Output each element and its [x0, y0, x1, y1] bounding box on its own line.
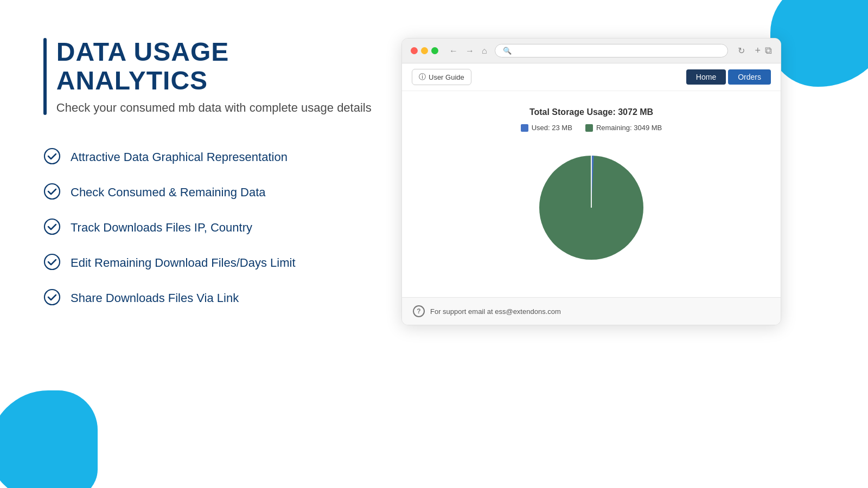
features-list: Attractive Data Graphical Representation… [43, 147, 380, 309]
browser-dots [411, 47, 438, 54]
feature-label: Check Consumed & Remaining Data [71, 185, 266, 200]
app-nav-buttons: Home Orders [686, 69, 771, 85]
right-panel: ← → ⌂ 🔍 ↻ + ⧉ ⓘ User Guide [401, 33, 825, 466]
chart-legend: Used: 23 MB Remaining: 3049 MB [521, 124, 662, 132]
browser-address-bar[interactable]: 🔍 [495, 44, 729, 57]
feature-label: Track Downloads Files IP, Country [71, 221, 252, 235]
check-icon [43, 288, 61, 309]
svg-point-0 [44, 149, 60, 164]
chart-title: Total Storage Usage: 3072 MB [529, 107, 653, 117]
search-icon: 🔍 [503, 47, 512, 55]
feature-item: Track Downloads Files IP, Country [43, 218, 380, 238]
feature-item: Edit Remaining Download Files/Days Limit [43, 253, 380, 273]
left-panel: DATA USAGE ANALYTICS Check your consumed… [43, 33, 380, 466]
legend-used-label: Used: 23 MB [532, 124, 572, 132]
pie-chart-svg [526, 143, 656, 273]
legend-used-dot [521, 124, 528, 132]
svg-point-3 [44, 254, 60, 269]
check-icon [43, 147, 61, 168]
legend-remaining-label: Remaining: 3049 MB [596, 124, 662, 132]
browser-nav: ← → ⌂ [447, 45, 489, 57]
feature-item: Attractive Data Graphical Representation [43, 147, 380, 168]
main-content: DATA USAGE ANALYTICS Check your consumed… [0, 0, 868, 488]
browser-footer: ? For support email at ess@extendons.com [402, 297, 781, 325]
svg-point-1 [44, 184, 60, 199]
svg-point-4 [44, 290, 60, 305]
title-text-block: DATA USAGE ANALYTICS Check your consumed… [56, 38, 380, 115]
feature-label: Edit Remaining Download Files/Days Limit [71, 256, 296, 270]
page-title: DATA USAGE ANALYTICS [56, 38, 380, 95]
check-icon [43, 253, 61, 273]
browser-actions: + ⧉ [755, 45, 772, 56]
browser-mockup: ← → ⌂ 🔍 ↻ + ⧉ ⓘ User Guide [401, 38, 781, 325]
feature-label: Share Downloads Files Via Link [71, 291, 239, 305]
add-tab-icon[interactable]: + [755, 45, 761, 56]
legend-remaining: Remaining: 3049 MB [585, 124, 662, 132]
chart-area: Total Storage Usage: 3072 MB Used: 23 MB… [402, 91, 781, 297]
check-icon [43, 183, 61, 203]
refresh-icon[interactable]: ↻ [738, 46, 745, 56]
nav-back-icon[interactable]: ← [447, 45, 460, 57]
app-bar: ⓘ User Guide Home Orders [402, 63, 781, 91]
dot-yellow[interactable] [421, 47, 428, 54]
legend-used: Used: 23 MB [521, 124, 572, 132]
svg-point-2 [44, 219, 60, 234]
nav-home-button[interactable]: Home [686, 69, 726, 85]
feature-item: Check Consumed & Remaining Data [43, 183, 380, 203]
legend-remaining-dot [585, 124, 593, 132]
user-guide-button[interactable]: ⓘ User Guide [412, 69, 471, 85]
nav-home-icon[interactable]: ⌂ [480, 45, 489, 57]
check-icon [43, 218, 61, 238]
support-text: For support email at ess@extendons.com [430, 307, 561, 316]
pie-chart-container [526, 143, 656, 273]
page-subtitle: Check your consumed mb data with complet… [56, 101, 380, 115]
duplicate-tab-icon[interactable]: ⧉ [765, 45, 772, 56]
browser-chrome: ← → ⌂ 🔍 ↻ + ⧉ [402, 38, 781, 63]
feature-item: Share Downloads Files Via Link [43, 288, 380, 309]
nav-forward-icon[interactable]: → [463, 45, 476, 57]
user-guide-icon: ⓘ [419, 72, 426, 82]
nav-orders-button[interactable]: Orders [728, 69, 771, 85]
feature-label: Attractive Data Graphical Representation [71, 150, 288, 164]
help-icon: ? [413, 305, 425, 317]
title-accent-bar [43, 38, 47, 115]
dot-green[interactable] [431, 47, 438, 54]
dot-red[interactable] [411, 47, 418, 54]
user-guide-label: User Guide [429, 73, 464, 81]
title-block: DATA USAGE ANALYTICS Check your consumed… [43, 38, 380, 115]
